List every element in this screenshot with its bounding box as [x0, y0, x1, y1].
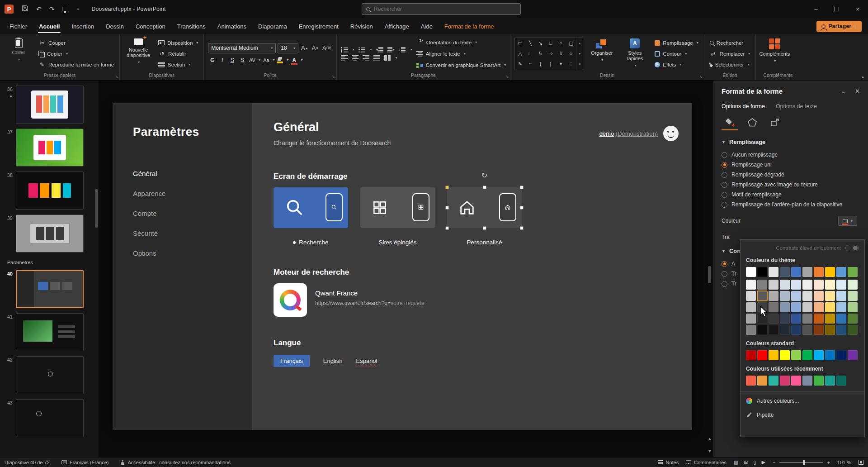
theme-variant-5-0[interactable] [802, 280, 812, 290]
slide-thumbnail-38[interactable]: 38 [3, 172, 99, 210]
format-painter-button[interactable]: ✎Reproduire la mise en forme [37, 60, 115, 69]
numbering-icon[interactable] [359, 47, 365, 52]
theme-variant-1-2[interactable] [757, 302, 767, 312]
slide-thumbnail-image[interactable] [16, 172, 84, 210]
align-right-icon[interactable] [363, 55, 369, 61]
layout-button[interactable]: Disposition▾ [157, 38, 199, 48]
change-case-button[interactable]: Aa [262, 56, 270, 65]
recent-color-6[interactable] [814, 376, 824, 386]
underline-button[interactable]: S [228, 56, 236, 65]
fill-section-header[interactable]: ▼ Remplissage [722, 138, 860, 145]
text-direction-button[interactable]: AOrientation du texte▾ [416, 38, 506, 47]
eyedropper-item[interactable]: Pipette [746, 410, 859, 420]
adjust-handle[interactable] [445, 186, 449, 189]
cut-button[interactable]: ✂Couper [37, 38, 115, 48]
theme-variant-2-4[interactable] [769, 325, 778, 335]
settings-menu-apparence[interactable]: Apparence [133, 183, 252, 203]
slide-thumbnail-36[interactable]: 36✦ [3, 86, 99, 124]
line-spacing-icon[interactable]: ↕ [399, 47, 406, 52]
shape-block-arrow-icon[interactable]: ⇨ [548, 51, 552, 57]
replace-button[interactable]: ⇄Remplacer▾ [708, 49, 752, 58]
theme-variant-9-0[interactable] [848, 280, 858, 290]
theme-variant-4-2[interactable] [791, 302, 801, 312]
slide-sorter-view-icon[interactable]: ⊞ [744, 459, 748, 465]
shrink-font-button[interactable]: A▼ [311, 43, 320, 52]
shape-rounded-rect-icon[interactable]: ▢ [569, 40, 573, 46]
shape-brace-left-icon[interactable]: { [540, 61, 542, 67]
close-button[interactable]: × [847, 0, 868, 18]
theme-variant-2-1[interactable] [769, 291, 778, 301]
scroll-down-icon[interactable]: ▼ [578, 52, 581, 55]
standard-color-8[interactable] [836, 350, 846, 360]
align-text-button[interactable]: Aligner le texte▾ [416, 49, 506, 58]
shape-curve-icon[interactable]: ~ [529, 61, 532, 67]
slide-thumbnail-image[interactable] [16, 129, 84, 167]
find-button[interactable]: Rechercher [708, 38, 752, 48]
theme-variant-3-0[interactable] [780, 280, 790, 290]
theme-color-1[interactable] [757, 267, 767, 277]
arrange-button[interactable]: Organiser▾ [587, 36, 616, 71]
resize-handle-top-right[interactable] [520, 186, 524, 189]
language-franc-ais[interactable]: Français [274, 355, 310, 367]
tab-fichier[interactable]: Fichier [4, 18, 33, 34]
character-spacing-button[interactable]: AV [248, 56, 256, 65]
zoom-in-icon[interactable]: + [827, 460, 830, 465]
account-info[interactable]: demo (Demonstration) [599, 126, 679, 141]
slide-thumbnail-image[interactable] [16, 356, 84, 394]
notes-button[interactable]: Notes [658, 460, 679, 465]
align-center-icon[interactable] [352, 55, 359, 61]
fill-color-button[interactable]: ▾ [838, 216, 857, 226]
theme-variant-2-0[interactable] [769, 280, 778, 290]
standard-color-7[interactable] [825, 350, 835, 360]
shape-scribble-icon[interactable]: ✎ [518, 61, 522, 67]
theme-color-8[interactable] [836, 267, 846, 277]
start-presentation-icon[interactable] [62, 7, 68, 11]
theme-color-0[interactable] [746, 267, 756, 277]
shape-down-arrow-icon[interactable]: ⇩ [559, 51, 563, 57]
slide-thumbnail-40[interactable]: 40 [3, 270, 99, 308]
zoom-slider-thumb[interactable] [803, 460, 805, 465]
theme-variant-8-0[interactable] [836, 280, 846, 290]
theme-variant-9-1[interactable] [848, 291, 858, 301]
search-input[interactable] [374, 6, 516, 12]
previous-slide-button[interactable]: ▲ [708, 436, 712, 441]
theme-variant-5-1[interactable] [802, 291, 812, 301]
shape-elbow-icon[interactable]: ∟ [528, 51, 533, 56]
settings-menu-ge-ne-ral[interactable]: Général [133, 163, 252, 183]
language-espan-ol[interactable]: Español [356, 355, 377, 367]
language-status[interactable]: Français (France) [61, 460, 109, 465]
theme-variant-1-1[interactable] [757, 291, 767, 301]
font-name-combo[interactable]: Montserrat Medium▾ [208, 43, 276, 53]
resize-handle-left[interactable] [445, 206, 449, 210]
slide-thumbnail-42[interactable]: 42 [3, 356, 99, 394]
theme-variant-6-1[interactable] [814, 291, 824, 301]
theme-color-7[interactable] [825, 267, 835, 277]
theme-variant-8-2[interactable] [836, 302, 846, 312]
bullets-icon[interactable] [341, 47, 348, 52]
theme-variant-1-0[interactable] [757, 280, 767, 290]
standard-color-1[interactable] [757, 350, 767, 360]
selected-shape[interactable]: ↻ [447, 187, 522, 228]
tab-revision[interactable]: Révision [344, 18, 379, 34]
startup-option-custom[interactable]: ↻ Personnalisé [447, 187, 522, 246]
theme-variant-5-4[interactable] [802, 325, 812, 335]
thumbnail-section-label[interactable]: Parametres [7, 260, 99, 265]
theme-variant-7-3[interactable] [825, 314, 835, 324]
theme-variant-1-4[interactable] [757, 325, 767, 335]
slide-thumbnail-image[interactable] [16, 399, 84, 437]
search-box[interactable] [362, 3, 521, 15]
scroll-up-icon[interactable]: ▲ [578, 42, 581, 45]
theme-color-5[interactable] [802, 267, 812, 277]
slide-thumbnail-image[interactable] [16, 313, 84, 351]
recent-color-1[interactable] [757, 376, 767, 386]
shape-star-icon[interactable]: ☆ [569, 51, 573, 57]
theme-variant-3-1[interactable] [780, 291, 790, 301]
theme-color-2[interactable] [769, 267, 778, 277]
standard-color-9[interactable] [848, 350, 858, 360]
tab-enregistrement[interactable]: Enregistrement [293, 18, 344, 34]
theme-color-6[interactable] [814, 267, 824, 277]
slide-thumbnail-image[interactable] [16, 86, 84, 124]
shape-connector-icon[interactable]: ↳ [538, 51, 542, 57]
settings-menu-se-curite[interactable]: Sécurité [133, 223, 252, 243]
italic-button[interactable]: I [218, 56, 226, 65]
